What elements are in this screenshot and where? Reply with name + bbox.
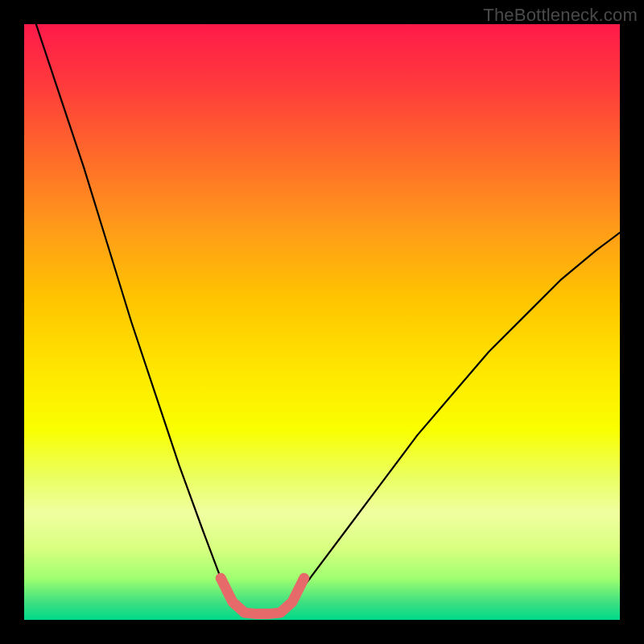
bottleneck-right-line (287, 233, 620, 608)
plot-area (24, 24, 620, 620)
optimal-zone-line (221, 578, 304, 613)
bottleneck-left-line (36, 24, 239, 608)
chart-svg (24, 24, 620, 620)
series-layer (36, 24, 620, 614)
chart-frame: TheBottleneck.com (0, 0, 644, 644)
watermark-text: TheBottleneck.com (483, 5, 638, 26)
